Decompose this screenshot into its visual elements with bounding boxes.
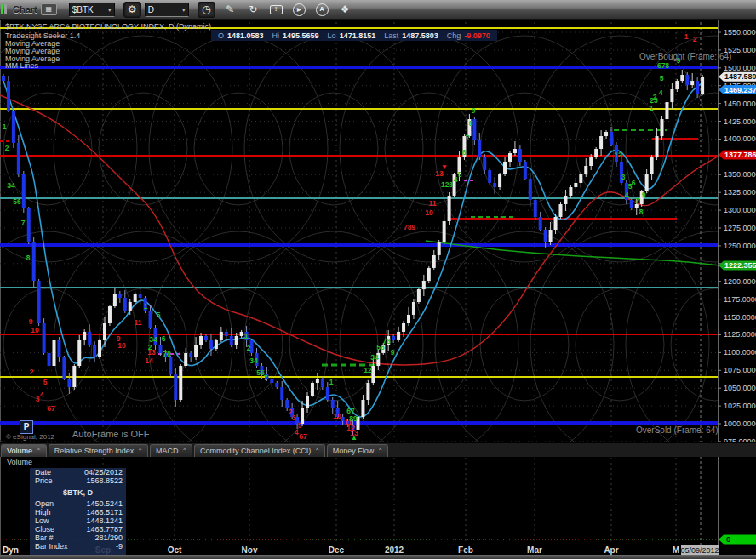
candle[interactable]: [670, 89, 673, 102]
replay-button[interactable]: ↻: [245, 3, 261, 17]
interval-input[interactable]: D ▾: [145, 3, 189, 17]
candle[interactable]: [392, 336, 395, 340]
candle[interactable]: [316, 379, 319, 383]
candle[interactable]: [524, 162, 527, 179]
candle[interactable]: [134, 294, 137, 302]
candle[interactable]: [650, 157, 654, 174]
candle[interactable]: [483, 157, 486, 170]
candle[interactable]: [280, 387, 284, 400]
candle[interactable]: [427, 268, 431, 281]
candle[interactable]: [7, 81, 10, 111]
candle[interactable]: [630, 200, 633, 208]
candle[interactable]: [230, 336, 233, 345]
candle[interactable]: [48, 353, 51, 366]
callout-button[interactable]: !: [268, 3, 284, 17]
auto-button[interactable]: A: [314, 3, 330, 17]
candle[interactable]: [493, 183, 496, 187]
play-button[interactable]: ▶: [291, 3, 307, 17]
candle[interactable]: [604, 132, 608, 136]
candle[interactable]: [72, 366, 76, 387]
candle[interactable]: [422, 281, 426, 289]
candle[interactable]: [513, 149, 517, 153]
candle[interactable]: [508, 153, 512, 162]
mm-lines-label[interactable]: MM Lines: [5, 62, 38, 70]
chevron-down-icon[interactable]: ▾: [182, 6, 186, 14]
candle[interactable]: [656, 136, 659, 157]
candle[interactable]: [599, 136, 603, 149]
candle[interactable]: [88, 332, 91, 345]
candle[interactable]: [417, 289, 421, 302]
candle[interactable]: [311, 383, 314, 396]
candle[interactable]: [37, 281, 41, 323]
candle[interactable]: [529, 179, 532, 200]
close-icon[interactable]: ×: [37, 445, 41, 453]
tab-rsi[interactable]: Relative Strength Index×: [49, 444, 148, 457]
candle[interactable]: [12, 111, 15, 143]
candle[interactable]: [93, 345, 96, 357]
chevron-down-icon[interactable]: ▾: [108, 6, 112, 14]
tab-macd[interactable]: MACD×: [150, 444, 192, 457]
candle[interactable]: [98, 340, 101, 357]
candle[interactable]: [472, 119, 476, 140]
candle[interactable]: [579, 174, 582, 183]
candle[interactable]: [680, 75, 684, 81]
p-marker-badge[interactable]: P: [20, 420, 33, 434]
candle[interactable]: [179, 366, 182, 400]
candle[interactable]: [438, 242, 441, 255]
candle[interactable]: [594, 149, 598, 157]
candle[interactable]: [118, 294, 122, 298]
candle[interactable]: [189, 353, 192, 357]
candle[interactable]: [77, 340, 81, 366]
symbol-settings-button[interactable]: ⚙: [123, 2, 141, 18]
candle[interactable]: [564, 196, 567, 204]
candle[interactable]: [57, 340, 60, 357]
close-icon[interactable]: ×: [182, 445, 186, 453]
candle[interactable]: [22, 174, 26, 208]
candle[interactable]: [113, 294, 117, 306]
tab-money-flow[interactable]: Money Flow×: [327, 444, 388, 457]
candle[interactable]: [123, 298, 127, 311]
candle[interactable]: [321, 379, 324, 387]
candle[interactable]: [645, 174, 649, 191]
candle[interactable]: [366, 383, 369, 400]
symbol-input[interactable]: $BTK ▾: [69, 3, 115, 17]
candle[interactable]: [488, 170, 491, 183]
tab-volume[interactable]: Volume×: [1, 444, 47, 457]
candle[interactable]: [559, 204, 563, 217]
candle[interactable]: [139, 294, 142, 298]
candle[interactable]: [275, 383, 278, 387]
candle[interactable]: [17, 143, 20, 174]
candle[interactable]: [589, 157, 593, 166]
close-icon[interactable]: ×: [138, 445, 142, 453]
candle[interactable]: [204, 336, 208, 340]
candle[interactable]: [518, 149, 522, 162]
candle[interactable]: [544, 230, 547, 242]
candle[interactable]: [574, 183, 577, 187]
candle[interactable]: [129, 302, 132, 311]
candle[interactable]: [53, 340, 56, 366]
candle[interactable]: [83, 332, 86, 340]
close-icon[interactable]: ×: [315, 445, 319, 453]
candle[interactable]: [685, 75, 689, 85]
candle[interactable]: [225, 332, 228, 336]
candle[interactable]: [665, 102, 668, 119]
close-icon[interactable]: ×: [378, 445, 382, 453]
candle[interactable]: [503, 162, 507, 174]
candle[interactable]: [371, 366, 375, 383]
candle[interactable]: [402, 323, 405, 332]
candle[interactable]: [534, 200, 537, 217]
candle[interactable]: [412, 302, 415, 315]
candle[interactable]: [103, 323, 106, 340]
candle[interactable]: [174, 374, 177, 400]
time-template-button[interactable]: ◷: [198, 2, 215, 18]
candle[interactable]: [306, 396, 309, 408]
tab-cci[interactable]: Commodity Channel Index (CCI)×: [194, 444, 325, 457]
candle[interactable]: [584, 166, 587, 174]
candle[interactable]: [397, 332, 400, 340]
candle[interactable]: [32, 242, 36, 281]
candle[interactable]: [209, 340, 213, 349]
candle[interactable]: [448, 196, 451, 221]
candle[interactable]: [67, 379, 71, 387]
candle[interactable]: [701, 77, 704, 94]
draw-button[interactable]: ✎: [222, 3, 238, 17]
